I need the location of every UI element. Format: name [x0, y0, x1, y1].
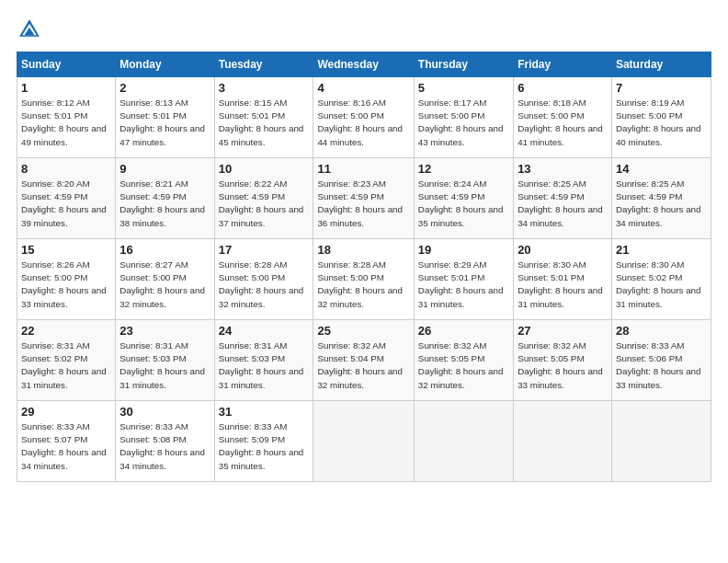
day-info: Sunrise: 8:33 AMSunset: 5:07 PMDaylight:… [21, 421, 107, 471]
day-cell [611, 401, 711, 482]
day-info: Sunrise: 8:30 AMSunset: 5:02 PMDaylight:… [616, 259, 701, 309]
col-header-friday: Friday [514, 52, 612, 77]
week-row-3: 15Sunrise: 8:26 AMSunset: 5:00 PMDayligh… [17, 239, 711, 320]
day-number: 3 [219, 81, 310, 95]
day-info: Sunrise: 8:18 AMSunset: 5:00 PMDaylight:… [518, 98, 603, 147]
day-cell: 13Sunrise: 8:25 AMSunset: 4:59 PMDayligh… [514, 158, 612, 239]
day-number: 26 [418, 324, 509, 338]
day-number: 25 [317, 324, 409, 338]
logo-icon [17, 17, 42, 42]
day-cell: 21Sunrise: 8:30 AMSunset: 5:02 PMDayligh… [611, 239, 711, 320]
day-number: 11 [317, 162, 409, 176]
col-header-sunday: Sunday [17, 52, 116, 77]
day-cell [514, 401, 612, 482]
day-number: 8 [21, 162, 111, 176]
day-info: Sunrise: 8:25 AMSunset: 4:59 PMDaylight:… [616, 178, 701, 228]
day-cell: 25Sunrise: 8:32 AMSunset: 5:04 PMDayligh… [313, 320, 414, 401]
day-info: Sunrise: 8:24 AMSunset: 4:59 PMDaylight:… [418, 178, 504, 228]
day-info: Sunrise: 8:32 AMSunset: 5:04 PMDaylight:… [317, 340, 403, 390]
day-info: Sunrise: 8:20 AMSunset: 4:59 PMDaylight:… [21, 178, 107, 228]
day-number: 7 [616, 81, 707, 95]
day-cell: 3Sunrise: 8:15 AMSunset: 5:01 PMDaylight… [214, 77, 313, 158]
day-number: 28 [616, 324, 707, 338]
day-number: 23 [119, 324, 210, 338]
calendar-table: SundayMondayTuesdayWednesdayThursdayFrid… [17, 52, 711, 482]
day-info: Sunrise: 8:32 AMSunset: 5:05 PMDaylight:… [518, 340, 603, 390]
day-info: Sunrise: 8:27 AMSunset: 5:00 PMDaylight:… [119, 259, 205, 309]
day-info: Sunrise: 8:31 AMSunset: 5:03 PMDaylight:… [119, 340, 205, 390]
day-number: 5 [418, 81, 509, 95]
col-header-saturday: Saturday [611, 52, 711, 77]
day-cell: 31Sunrise: 8:33 AMSunset: 5:09 PMDayligh… [214, 401, 313, 482]
day-cell: 29Sunrise: 8:33 AMSunset: 5:07 PMDayligh… [17, 401, 116, 482]
day-number: 31 [219, 405, 310, 419]
day-number: 13 [518, 162, 608, 176]
day-cell: 17Sunrise: 8:28 AMSunset: 5:00 PMDayligh… [214, 239, 313, 320]
day-cell: 7Sunrise: 8:19 AMSunset: 5:00 PMDaylight… [611, 77, 711, 158]
day-info: Sunrise: 8:12 AMSunset: 5:01 PMDaylight:… [21, 98, 107, 147]
day-cell: 23Sunrise: 8:31 AMSunset: 5:03 PMDayligh… [116, 320, 214, 401]
day-info: Sunrise: 8:25 AMSunset: 4:59 PMDaylight:… [518, 178, 603, 228]
day-number: 24 [219, 324, 310, 338]
day-number: 29 [21, 405, 111, 419]
day-cell: 11Sunrise: 8:23 AMSunset: 4:59 PMDayligh… [313, 158, 414, 239]
day-cell: 16Sunrise: 8:27 AMSunset: 5:00 PMDayligh… [116, 239, 214, 320]
day-cell: 20Sunrise: 8:30 AMSunset: 5:01 PMDayligh… [514, 239, 612, 320]
day-info: Sunrise: 8:21 AMSunset: 4:59 PMDaylight:… [119, 178, 205, 228]
col-header-monday: Monday [116, 52, 214, 77]
day-info: Sunrise: 8:28 AMSunset: 5:00 PMDaylight:… [317, 259, 403, 309]
day-number: 21 [616, 243, 707, 257]
day-number: 16 [119, 243, 210, 257]
day-cell: 24Sunrise: 8:31 AMSunset: 5:03 PMDayligh… [214, 320, 313, 401]
day-number: 30 [119, 405, 210, 419]
day-info: Sunrise: 8:31 AMSunset: 5:02 PMDaylight:… [21, 340, 107, 390]
day-info: Sunrise: 8:23 AMSunset: 4:59 PMDaylight:… [317, 178, 403, 228]
col-header-tuesday: Tuesday [214, 52, 313, 77]
day-cell [414, 401, 513, 482]
day-cell: 22Sunrise: 8:31 AMSunset: 5:02 PMDayligh… [17, 320, 116, 401]
day-cell [313, 401, 414, 482]
day-cell: 28Sunrise: 8:33 AMSunset: 5:06 PMDayligh… [611, 320, 711, 401]
day-number: 6 [518, 81, 608, 95]
day-cell: 10Sunrise: 8:22 AMSunset: 4:59 PMDayligh… [214, 158, 313, 239]
day-info: Sunrise: 8:32 AMSunset: 5:05 PMDaylight:… [418, 340, 504, 390]
day-number: 10 [219, 162, 310, 176]
day-info: Sunrise: 8:17 AMSunset: 5:00 PMDaylight:… [418, 98, 504, 147]
day-cell: 18Sunrise: 8:28 AMSunset: 5:00 PMDayligh… [313, 239, 414, 320]
day-number: 12 [418, 162, 509, 176]
day-cell: 15Sunrise: 8:26 AMSunset: 5:00 PMDayligh… [17, 239, 116, 320]
week-row-1: 1Sunrise: 8:12 AMSunset: 5:01 PMDaylight… [17, 77, 711, 158]
day-number: 20 [518, 243, 608, 257]
week-row-2: 8Sunrise: 8:20 AMSunset: 4:59 PMDaylight… [17, 158, 711, 239]
day-number: 27 [518, 324, 608, 338]
logo [17, 17, 46, 42]
day-info: Sunrise: 8:28 AMSunset: 5:00 PMDaylight:… [219, 259, 304, 309]
day-cell: 5Sunrise: 8:17 AMSunset: 5:00 PMDaylight… [414, 77, 513, 158]
day-info: Sunrise: 8:33 AMSunset: 5:08 PMDaylight:… [119, 421, 205, 471]
day-number: 2 [119, 81, 210, 95]
col-header-wednesday: Wednesday [313, 52, 414, 77]
week-row-5: 29Sunrise: 8:33 AMSunset: 5:07 PMDayligh… [17, 401, 711, 482]
day-number: 1 [21, 81, 111, 95]
day-cell: 9Sunrise: 8:21 AMSunset: 4:59 PMDaylight… [116, 158, 214, 239]
day-info: Sunrise: 8:30 AMSunset: 5:01 PMDaylight:… [518, 259, 603, 309]
day-info: Sunrise: 8:26 AMSunset: 5:00 PMDaylight:… [21, 259, 107, 309]
calendar-page: SundayMondayTuesdayWednesdayThursdayFrid… [0, 0, 728, 563]
day-cell: 8Sunrise: 8:20 AMSunset: 4:59 PMDaylight… [17, 158, 116, 239]
header [17, 17, 711, 42]
day-cell: 27Sunrise: 8:32 AMSunset: 5:05 PMDayligh… [514, 320, 612, 401]
day-cell: 14Sunrise: 8:25 AMSunset: 4:59 PMDayligh… [611, 158, 711, 239]
day-info: Sunrise: 8:22 AMSunset: 4:59 PMDaylight:… [219, 178, 304, 228]
day-info: Sunrise: 8:13 AMSunset: 5:01 PMDaylight:… [119, 98, 205, 147]
day-number: 9 [119, 162, 210, 176]
day-number: 19 [418, 243, 509, 257]
day-info: Sunrise: 8:33 AMSunset: 5:06 PMDaylight:… [616, 340, 701, 390]
day-number: 17 [219, 243, 310, 257]
day-number: 14 [616, 162, 707, 176]
day-cell: 6Sunrise: 8:18 AMSunset: 5:00 PMDaylight… [514, 77, 612, 158]
day-cell: 30Sunrise: 8:33 AMSunset: 5:08 PMDayligh… [116, 401, 214, 482]
day-cell: 4Sunrise: 8:16 AMSunset: 5:00 PMDaylight… [313, 77, 414, 158]
day-cell: 1Sunrise: 8:12 AMSunset: 5:01 PMDaylight… [17, 77, 116, 158]
day-number: 22 [21, 324, 111, 338]
day-cell: 26Sunrise: 8:32 AMSunset: 5:05 PMDayligh… [414, 320, 513, 401]
